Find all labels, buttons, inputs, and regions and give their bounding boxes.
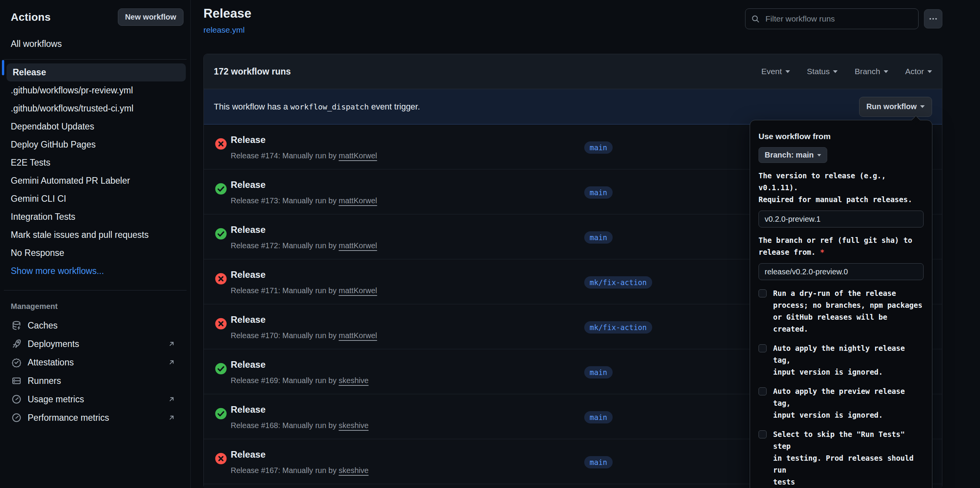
success-status-icon bbox=[215, 183, 227, 195]
chevron-down-icon bbox=[785, 70, 790, 73]
run-description: Release #172: Manually run by mattKorwel bbox=[231, 241, 377, 250]
sidebar-item-attestations[interactable]: Attestations bbox=[0, 353, 190, 372]
run-title-link[interactable]: Release bbox=[231, 314, 266, 325]
actor-filter-dropdown[interactable]: Actor bbox=[905, 67, 932, 76]
sidebar-item-performance-metrics[interactable]: Performance metrics bbox=[0, 408, 190, 427]
run-workflow-dialog: Use workflow from Branch: main The versi… bbox=[750, 120, 932, 488]
sidebar-item-label: Runners bbox=[28, 376, 61, 386]
run-description: Release #167: Manually run by skeshive bbox=[231, 466, 369, 475]
branch-badge[interactable]: main bbox=[584, 141, 613, 154]
branch-badge[interactable]: mk/fix-action bbox=[584, 276, 652, 289]
nightly-checkbox-row: Auto apply the nightly release tag, inpu… bbox=[759, 342, 924, 378]
sidebar-item-dependabot-updates[interactable]: Dependabot Updates bbox=[0, 118, 190, 136]
sidebar-item-trusted-ci[interactable]: .github/workflows/trusted-ci.yml bbox=[0, 100, 190, 118]
page-title: Release bbox=[203, 6, 251, 21]
selected-item-accent-bar bbox=[2, 60, 4, 75]
run-title-link[interactable]: Release bbox=[231, 134, 266, 145]
actor-link[interactable]: mattKorwel bbox=[339, 331, 377, 340]
run-workflow-dropdown-button[interactable]: Run workflow bbox=[859, 97, 932, 117]
failed-status-icon bbox=[215, 317, 227, 330]
run-description: Release #174: Manually run by mattKorwel bbox=[231, 151, 377, 160]
chevron-down-icon bbox=[817, 154, 821, 156]
run-title-link[interactable]: Release bbox=[231, 359, 266, 370]
actor-link[interactable]: mattKorwel bbox=[339, 241, 377, 250]
sidebar-item-label: Usage metrics bbox=[28, 394, 84, 405]
dialog-title: Use workflow from bbox=[759, 132, 924, 141]
sidebar-item-mark-stale[interactable]: Mark stale issues and pull requests bbox=[0, 226, 190, 244]
branch-badge[interactable]: main bbox=[584, 456, 613, 468]
workflow-options-button[interactable] bbox=[924, 9, 942, 28]
sidebar-item-no-response[interactable]: No Response bbox=[0, 244, 190, 262]
sidebar-item-deploy-github-pages[interactable]: Deploy GitHub Pages bbox=[0, 136, 190, 154]
workflow-dispatch-code: workflow_dispatch bbox=[288, 102, 371, 111]
sidebar-item-caches[interactable]: Caches bbox=[0, 316, 190, 335]
sidebar-item-deployments[interactable]: Deployments bbox=[0, 335, 190, 353]
success-status-icon bbox=[215, 407, 227, 420]
event-filter-dropdown[interactable]: Event bbox=[761, 67, 790, 76]
workflow-file-link[interactable]: release.yml bbox=[203, 25, 245, 35]
run-title-link[interactable]: Release bbox=[231, 269, 266, 280]
chevron-down-icon bbox=[833, 70, 838, 73]
chevron-down-icon bbox=[927, 70, 932, 73]
required-asterisk: * bbox=[820, 248, 824, 256]
external-link-icon bbox=[167, 340, 176, 348]
sidebar-item-label: Deployments bbox=[28, 339, 79, 349]
sidebar-item-integration-tests[interactable]: Integration Tests bbox=[0, 208, 190, 226]
branch-badge[interactable]: main bbox=[584, 366, 613, 378]
sidebar-item-usage-metrics[interactable]: Usage metrics bbox=[0, 390, 190, 408]
actor-link[interactable]: skeshive bbox=[339, 376, 369, 385]
dry-run-checkbox[interactable] bbox=[759, 289, 767, 297]
actor-link[interactable]: mattKorwel bbox=[339, 286, 377, 295]
run-title-link[interactable]: Release bbox=[231, 449, 266, 460]
run-title-link[interactable]: Release bbox=[231, 224, 266, 235]
filter-workflow-runs-input[interactable] bbox=[745, 8, 919, 29]
sidebar-item-label: Attestations bbox=[28, 357, 74, 368]
sidebar-item-pr-review[interactable]: .github/workflows/pr-review.yml bbox=[0, 81, 190, 100]
kebab-horizontal-icon bbox=[929, 14, 938, 23]
main-content: Release release.yml 172 workflow runs Ev… bbox=[191, 0, 980, 488]
actor-link[interactable]: mattKorwel bbox=[339, 151, 377, 160]
version-input[interactable] bbox=[759, 211, 924, 227]
ref-input-help: The branch or ref (full git sha) to rele… bbox=[759, 234, 924, 258]
runs-list-header: 172 workflow runs Event Status Branch Ac… bbox=[204, 54, 942, 89]
sidebar-item-e2e-tests[interactable]: E2E Tests bbox=[0, 154, 190, 172]
version-input-help: The version to release (e.g., v0.1.11). … bbox=[759, 170, 924, 206]
sidebar-item-label: Caches bbox=[28, 320, 58, 331]
sidebar-item-release[interactable]: Release bbox=[7, 63, 186, 81]
status-filter-dropdown[interactable]: Status bbox=[807, 67, 838, 76]
run-title-link[interactable]: Release bbox=[231, 404, 266, 415]
sidebar-item-gemini-automated-pr-labeler[interactable]: Gemini Automated PR Labeler bbox=[0, 172, 190, 190]
run-description: Release #173: Manually run by mattKorwel bbox=[231, 196, 377, 205]
new-workflow-button[interactable]: New workflow bbox=[118, 8, 183, 26]
actor-link[interactable]: mattKorwel bbox=[339, 196, 377, 205]
actions-sidebar: Actions New workflow All workflows Relea… bbox=[0, 0, 191, 488]
branch-filter-dropdown[interactable]: Branch bbox=[854, 67, 888, 76]
skip-tests-checkbox[interactable] bbox=[759, 430, 767, 438]
verified-icon bbox=[12, 357, 21, 367]
preview-checkbox-row: Auto apply the preview release tag, inpu… bbox=[759, 385, 924, 421]
sidebar-item-runners[interactable]: Runners bbox=[0, 372, 190, 390]
show-more-workflows-link[interactable]: Show more workflows... bbox=[0, 262, 190, 280]
server-icon bbox=[12, 376, 21, 386]
branch-badge[interactable]: mk/fix-action bbox=[584, 321, 652, 334]
run-title-link[interactable]: Release bbox=[231, 179, 266, 190]
branch-badge[interactable]: main bbox=[584, 411, 613, 423]
failed-status-icon bbox=[215, 452, 227, 465]
sidebar-title: Actions bbox=[11, 11, 51, 23]
preview-checkbox[interactable] bbox=[759, 387, 767, 395]
database-icon bbox=[12, 320, 21, 330]
management-divider bbox=[4, 290, 187, 290]
meter-icon bbox=[12, 413, 21, 423]
actor-link[interactable]: skeshive bbox=[339, 466, 369, 475]
actor-link[interactable]: skeshive bbox=[339, 421, 369, 430]
ref-input[interactable] bbox=[759, 263, 924, 280]
branch-selector-button[interactable]: Branch: main bbox=[759, 147, 827, 163]
chevron-down-icon bbox=[884, 70, 888, 73]
sidebar-item-gemini-cli-ci[interactable]: Gemini CLI CI bbox=[0, 190, 190, 208]
sidebar-item-label: Performance metrics bbox=[28, 413, 109, 423]
branch-badge[interactable]: main bbox=[584, 186, 613, 199]
nightly-checkbox[interactable] bbox=[759, 344, 767, 352]
management-section-label: Management bbox=[11, 302, 190, 311]
sidebar-item-all-workflows[interactable]: All workflows bbox=[0, 39, 190, 49]
branch-badge[interactable]: main bbox=[584, 231, 613, 244]
